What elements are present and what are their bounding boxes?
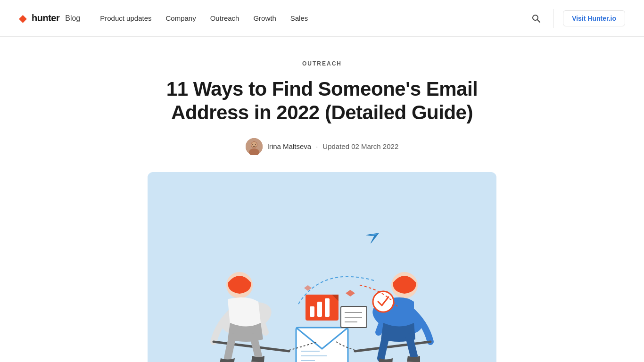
svg-line-1: [537, 20, 540, 22]
author-name: Irina Maltseva: [267, 142, 311, 150]
visit-hunter-button[interactable]: Visit Hunter.io: [563, 10, 625, 26]
nav-sales[interactable]: Sales: [285, 11, 314, 25]
nav-company[interactable]: Company: [160, 11, 202, 25]
logo-name: hunter: [32, 13, 59, 24]
main-nav: Product updates Company Outreach Growth …: [94, 11, 528, 25]
author-row: Irina Maltseva · Updated 02 March 2022: [148, 138, 496, 155]
svg-point-7: [255, 144, 256, 145]
svg-rect-27: [317, 302, 322, 317]
article-category: OUTREACH: [148, 60, 496, 67]
nav-product-updates[interactable]: Product updates: [94, 11, 157, 25]
author-avatar: [246, 138, 263, 155]
svg-rect-21: [296, 328, 348, 362]
hero-illustration: [148, 172, 496, 362]
svg-point-6: [252, 144, 253, 145]
avatar-image: [246, 138, 263, 155]
author-date: Updated 02 March 2022: [322, 142, 398, 150]
search-icon: [531, 14, 541, 23]
logo-icon: ◆: [19, 12, 27, 25]
svg-rect-26: [310, 306, 314, 317]
svg-rect-28: [325, 298, 330, 317]
logo-link[interactable]: ◆ hunter Blog: [19, 12, 80, 25]
main-content: OUTREACH 11 Ways to Find Someone's Email…: [138, 37, 506, 362]
header-right: Visit Hunter.io: [528, 9, 625, 28]
nav-outreach[interactable]: Outreach: [205, 11, 245, 25]
header-divider: [553, 9, 553, 28]
article-title: 11 Ways to Find Someone's Email Address …: [148, 77, 496, 125]
nav-growth[interactable]: Growth: [248, 11, 281, 25]
logo-blog: Blog: [65, 14, 80, 23]
hero-image: [148, 172, 496, 362]
site-header: ◆ hunter Blog Product updates Company Ou…: [0, 0, 644, 37]
author-separator: ·: [316, 142, 318, 150]
search-button[interactable]: [528, 11, 544, 26]
